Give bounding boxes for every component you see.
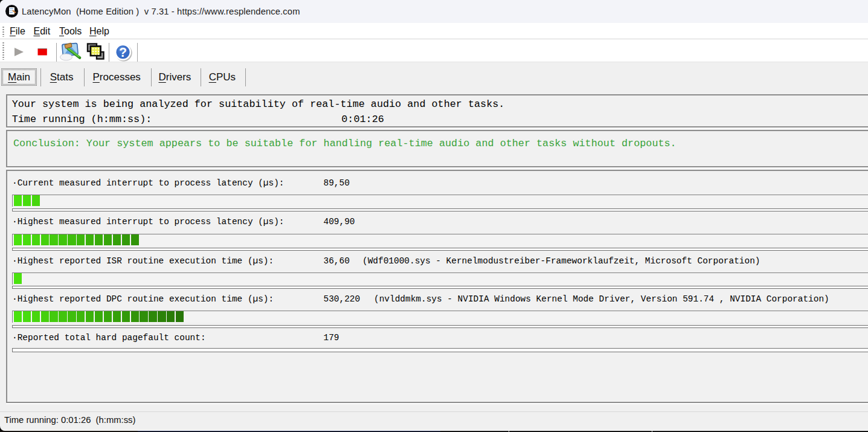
svg-text:?: ? — [119, 45, 127, 60]
